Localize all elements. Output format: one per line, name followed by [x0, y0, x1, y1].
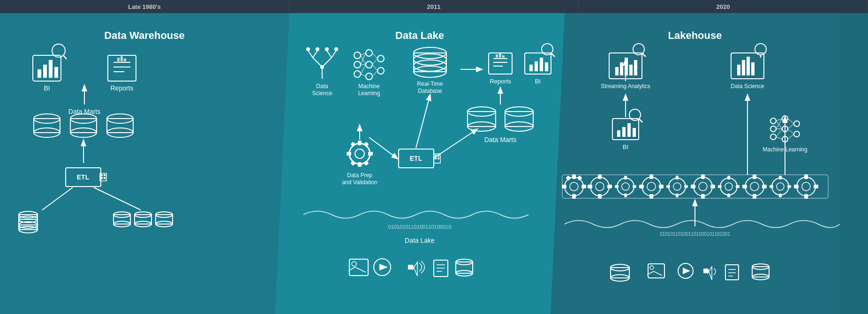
svg-point-193 — [794, 131, 800, 137]
svg-text:Data Warehouse: Data Warehouse — [104, 30, 185, 41]
svg-text:Reports: Reports — [490, 78, 511, 85]
svg-rect-106 — [535, 61, 538, 71]
main-container: Late 1980's 2011 2020 Data Warehouse — [0, 0, 868, 314]
svg-rect-45 — [135, 215, 151, 224]
svg-rect-181 — [627, 123, 631, 137]
svg-point-64 — [334, 47, 338, 51]
svg-text:Lakehouse: Lakehouse — [668, 30, 722, 41]
svg-text:and Validation: and Validation — [342, 179, 377, 186]
svg-rect-270 — [794, 185, 799, 188]
svg-text:Learning: Learning — [358, 90, 380, 97]
svg-line-60 — [332, 51, 336, 58]
svg-line-280 — [654, 271, 662, 276]
svg-point-236 — [673, 183, 681, 190]
svg-rect-250 — [727, 194, 730, 197]
svg-rect-180 — [622, 127, 626, 137]
svg-rect-108 — [545, 62, 548, 71]
svg-text:Data: Data — [316, 83, 328, 90]
svg-rect-237 — [676, 176, 679, 179]
svg-line-129 — [369, 137, 397, 158]
svg-line-201 — [788, 124, 794, 129]
svg-marker-152 — [413, 262, 417, 276]
svg-point-209 — [565, 177, 583, 196]
svg-rect-225 — [624, 176, 627, 179]
svg-rect-133 — [358, 162, 362, 167]
svg-rect-163 — [620, 62, 623, 75]
svg-line-56 — [322, 58, 332, 67]
svg-rect-238 — [676, 194, 679, 197]
svg-rect-5 — [54, 67, 58, 78]
svg-text:BI: BI — [535, 78, 541, 85]
svg-text:BI: BI — [623, 143, 628, 150]
svg-text:Data Lake: Data Lake — [395, 30, 444, 41]
svg-text:Streaming Analytics: Streaming Analytics — [601, 83, 650, 90]
svg-point-62 — [316, 47, 319, 51]
era-label-2: 2011 — [289, 0, 579, 13]
svg-rect-172 — [742, 60, 745, 75]
svg-point-223 — [617, 178, 634, 195]
svg-rect-126 — [438, 157, 439, 159]
svg-line-148 — [355, 267, 366, 272]
svg-point-260 — [777, 183, 784, 190]
svg-point-259 — [772, 178, 789, 195]
svg-text:Data Prep: Data Prep — [347, 172, 372, 179]
svg-point-218 — [596, 182, 604, 191]
svg-point-188 — [770, 134, 776, 140]
svg-point-65 — [320, 65, 324, 69]
svg-point-187 — [770, 126, 776, 132]
svg-line-110 — [551, 53, 555, 57]
svg-text:0101010110100110100010: 0101010110100110100010 — [388, 224, 452, 230]
svg-rect-105 — [529, 65, 533, 71]
svg-rect-262 — [779, 194, 782, 197]
svg-rect-117 — [505, 112, 533, 127]
svg-rect-269 — [814, 185, 818, 188]
svg-point-242 — [699, 182, 707, 191]
svg-rect-240 — [666, 185, 670, 188]
top-bar: Late 1980's 2011 2020 — [0, 0, 868, 13]
svg-rect-283 — [703, 269, 708, 273]
svg-rect-285 — [725, 265, 739, 280]
svg-point-235 — [669, 178, 686, 195]
svg-text:Real-Time: Real-Time — [417, 81, 443, 87]
svg-point-224 — [622, 183, 629, 190]
svg-rect-34 — [101, 177, 103, 179]
svg-rect-275 — [611, 268, 629, 278]
svg-marker-150 — [379, 264, 388, 270]
svg-line-128 — [416, 95, 430, 148]
svg-text:Science: Science — [312, 90, 332, 97]
svg-rect-215 — [577, 175, 582, 180]
svg-rect-14 — [121, 56, 123, 61]
svg-rect-145 — [349, 259, 368, 276]
svg-rect-42 — [113, 215, 130, 224]
svg-line-57 — [308, 51, 313, 58]
svg-rect-26 — [107, 119, 133, 133]
svg-rect-134 — [368, 152, 373, 156]
svg-point-186 — [770, 118, 776, 124]
svg-rect-151 — [408, 265, 413, 269]
svg-text:Machine: Machine — [358, 83, 380, 90]
svg-point-146 — [352, 262, 356, 266]
svg-line-82 — [372, 53, 377, 59]
svg-rect-33 — [104, 174, 106, 176]
svg-rect-107 — [540, 58, 543, 71]
svg-point-265 — [797, 177, 815, 196]
svg-rect-261 — [779, 176, 782, 179]
svg-rect-48 — [156, 215, 173, 224]
svg-text:ETL: ETL — [410, 155, 423, 162]
svg-rect-138 — [363, 160, 369, 165]
svg-point-266 — [802, 182, 810, 191]
svg-rect-227 — [633, 185, 636, 188]
svg-point-75 — [377, 67, 384, 74]
svg-rect-3 — [43, 65, 47, 78]
svg-rect-135 — [347, 152, 351, 156]
svg-rect-102 — [502, 55, 505, 58]
lakehouse-panel: Lakehouse Streaming Analytics — [551, 13, 840, 314]
svg-rect-23 — [70, 119, 97, 133]
svg-point-254 — [750, 182, 759, 191]
svg-rect-13 — [117, 58, 120, 61]
svg-point-130 — [349, 143, 370, 164]
era-label-1: Late 1980's — [0, 0, 289, 13]
svg-rect-114 — [468, 112, 496, 127]
svg-point-247 — [720, 178, 737, 195]
svg-rect-35 — [104, 177, 106, 179]
